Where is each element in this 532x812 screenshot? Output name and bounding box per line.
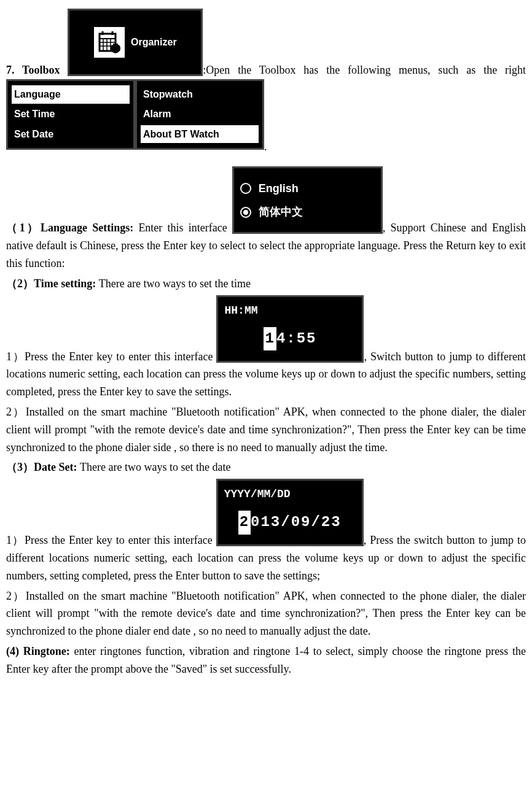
section-7-toolbox: 7. Toolbox Organizer :Open the Toolbox h… xyxy=(6,9,526,155)
date-value: 2013/09/23 xyxy=(222,505,358,541)
time-setting-screenshot: HH:MM 14:55 xyxy=(216,295,364,363)
menu-item-alarm: Alarm xyxy=(141,105,259,123)
toolbox-menus-screenshot: Language Set Time Set Date Stopwatch Ala… xyxy=(6,79,264,153)
date-setting-screenshot: YYYY/MM/DD 2013/09/23 xyxy=(216,479,364,546)
organizer-calendar-icon xyxy=(94,27,125,58)
section-7-text-after: :Open the Toolbox has the following menu… xyxy=(203,64,526,76)
section-3-p1a: 1）Press the Enter key to enter this inte… xyxy=(6,534,216,546)
section-2-heading: （2）Time setting: xyxy=(6,277,99,290)
lang-option-english: English xyxy=(240,180,375,198)
time-value: 14:55 xyxy=(222,320,358,357)
language-screenshot: English 简体中文 xyxy=(232,166,383,234)
section-2-para1: 1）Press the Enter key to enter this inte… xyxy=(6,295,526,401)
section-3-para1: 1）Press the Enter key to enter this inte… xyxy=(6,479,526,584)
menu-item-about-bt-watch: About BT Watch xyxy=(141,125,259,144)
date-rest-digits: 013/09/23 xyxy=(251,511,342,534)
date-highlighted-digit: 2 xyxy=(238,511,251,534)
section-3-para2: 2）Installed on the smart machine "Blueto… xyxy=(6,587,526,640)
section-2-text1: There are two ways to set the time xyxy=(99,277,251,290)
radio-selected-icon xyxy=(240,207,251,218)
section-7-period: . xyxy=(264,141,267,153)
section-7-heading: 7. Toolbox xyxy=(6,64,68,76)
section-2-para2: 2）Installed on the smart machine "Blueto… xyxy=(6,403,526,456)
organizer-label: Organizer xyxy=(131,34,177,50)
section-4-ringtone: (4) Ringtone: enter ringtones function, … xyxy=(6,643,526,678)
date-header-label: YYYY/MM/DD xyxy=(222,484,358,505)
document-content: 7. Toolbox Organizer :Open the Toolbox h… xyxy=(6,9,526,678)
lang-chinese-label: 简体中文 xyxy=(259,203,303,221)
menu-item-set-date: Set Date xyxy=(12,125,130,144)
organizer-screenshot: Organizer xyxy=(68,9,203,76)
section-1-text1: Enter this interface xyxy=(138,222,232,234)
menu-item-language: Language xyxy=(12,85,130,104)
time-highlighted-digit: 1 xyxy=(264,327,276,350)
section-3-text1: There are two ways to set the date xyxy=(80,461,230,473)
section-3-date: （3）Date Set: There are two ways to set t… xyxy=(6,458,526,476)
section-4-text: enter ringtones function, vibration and … xyxy=(6,645,526,675)
lang-option-chinese: 简体中文 xyxy=(240,203,375,221)
toolbox-menu-right: Stopwatch Alarm About BT Watch xyxy=(135,79,264,150)
section-2-time: （2）Time setting: There are two ways to s… xyxy=(6,275,526,293)
lang-english-label: English xyxy=(259,180,299,198)
toolbox-menu-left: Language Set Time Set Date xyxy=(6,79,135,150)
radio-unselected-icon xyxy=(240,183,251,194)
time-header-label: HH:MM xyxy=(222,301,358,321)
section-1-language: （1）Language Settings: Enter this interfa… xyxy=(6,166,526,272)
section-1-heading: （1）Language Settings: xyxy=(6,222,138,234)
section-4-heading: (4) Ringtone: xyxy=(6,645,74,657)
section-3-heading: （3）Date Set: xyxy=(6,461,80,473)
section-2-p1a: 1）Press the Enter key to enter this inte… xyxy=(6,350,216,363)
menu-item-stopwatch: Stopwatch xyxy=(141,85,259,104)
time-rest-digits: 4:55 xyxy=(276,327,317,350)
menu-item-set-time: Set Time xyxy=(12,105,130,123)
